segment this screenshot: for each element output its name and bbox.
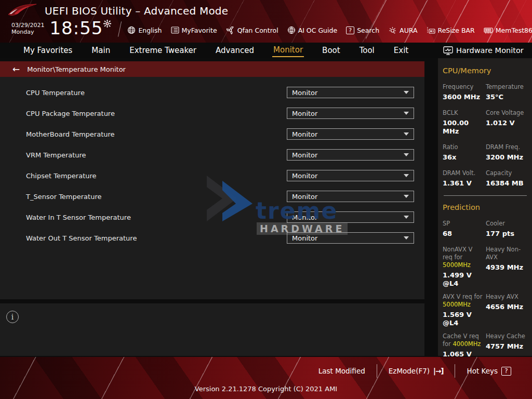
resize-bar-button[interactable]: ReSize BAR xyxy=(427,26,475,34)
hw-label: NonAVX V req for 5000MHz xyxy=(443,246,484,269)
myfavorite-icon xyxy=(171,26,179,34)
language-button[interactable]: English xyxy=(127,26,162,34)
freq-highlight: 5000MHz xyxy=(443,261,471,269)
main-panel: ← Monitor\Temperature Monitor CPU Temper… xyxy=(0,61,424,299)
hot-keys-button[interactable]: Hot Keys? xyxy=(455,367,523,376)
ezmode-exit-icon: |→] xyxy=(433,367,443,375)
t-sensor-temperature-dropdown[interactable]: Monitor xyxy=(287,191,414,202)
tab-tool[interactable]: Tool xyxy=(358,44,376,57)
day-label: Monday xyxy=(11,29,44,35)
hw-row: Frequency3600 MHz Temperature35°C xyxy=(443,83,528,101)
hardware-monitor-title: Hardware Monitor xyxy=(438,46,524,55)
info-icon: i xyxy=(6,311,19,323)
breadcrumb: ← Monitor\Temperature Monitor xyxy=(0,61,424,77)
hw-label: DRAM Volt. xyxy=(443,169,484,177)
header-divider xyxy=(118,21,122,37)
chevron-down-icon xyxy=(404,132,409,136)
myfavorite-button[interactable]: MyFavorite xyxy=(171,26,217,34)
water-in-t-sensor-dropdown[interactable]: Monitor xyxy=(287,211,414,223)
hw-row: DRAM Volt.1.361 V Capacity16384 MB xyxy=(443,169,528,188)
hw-value: 16384 MB xyxy=(486,179,526,188)
app-title: UEFI BIOS Utility – Advanced Mode xyxy=(45,5,228,17)
qfan-label: Qfan Control xyxy=(237,26,278,34)
hw-value: 100.00 MHz xyxy=(443,119,484,136)
setting-row: CPU Temperature Monitor xyxy=(0,82,424,103)
last-modified-button[interactable]: Last Modified xyxy=(307,367,377,375)
chevron-down-icon xyxy=(404,112,409,115)
memtest-icon xyxy=(484,26,493,34)
vrm-temperature-dropdown[interactable]: Monitor xyxy=(287,149,414,161)
tab-exit[interactable]: Exit xyxy=(393,44,409,57)
globe-icon xyxy=(127,26,136,34)
dropdown-value: Monitor xyxy=(292,214,317,221)
setting-row: Water Out T Sensor Temperature Monitor xyxy=(0,228,424,248)
hw-value: 4656 MHz xyxy=(486,303,526,311)
aura-button[interactable]: AURA xyxy=(388,26,417,35)
rog-logo-icon xyxy=(7,3,37,19)
chevron-down-icon xyxy=(404,174,409,177)
tab-main[interactable]: Main xyxy=(90,44,111,57)
setting-label: Water In T Sensor Temperature xyxy=(26,214,131,221)
qfan-control-button[interactable]: Qfan Control xyxy=(226,26,278,34)
search-label: Search xyxy=(357,26,379,34)
hw-value: 1.012 V xyxy=(486,119,526,127)
hw-label: Temperature xyxy=(486,83,526,91)
version-text: Version 2.21.1278 Copyright (C) 2021 AMI xyxy=(0,385,532,393)
monitor-icon xyxy=(443,46,453,55)
chevron-down-icon xyxy=(404,91,409,94)
hw-value: 4939 MHz xyxy=(486,263,526,272)
hw-label: Heavy Cache xyxy=(486,332,526,340)
hot-keys-label: Hot Keys xyxy=(467,367,498,375)
hw-row: Ratio36x DRAM Freq.3200 MHz xyxy=(443,143,528,162)
cpu-temperature-dropdown[interactable]: Monitor xyxy=(287,87,414,98)
ezmode-label: EzMode(F7) xyxy=(389,367,430,375)
header-bar: UEFI BIOS Utility – Advanced Mode 03/29/… xyxy=(0,0,532,43)
ezmode-button[interactable]: EzMode(F7)|→] xyxy=(377,367,455,375)
water-out-t-sensor-dropdown[interactable]: Monitor xyxy=(287,232,414,244)
hw-value: 68 xyxy=(443,230,484,238)
setting-row: MotherBoard Temperature Monitor xyxy=(0,124,424,144)
breadcrumb-path: Monitor\Temperature Monitor xyxy=(27,65,126,73)
chevron-down-icon xyxy=(404,236,409,240)
hw-label: SP xyxy=(443,220,484,228)
tab-advanced[interactable]: Advanced xyxy=(215,44,255,57)
sphere-icon xyxy=(287,26,296,34)
hw-label: Core Voltage xyxy=(486,109,526,117)
datetime[interactable]: 03/29/2021 Monday 18:55 xyxy=(11,19,111,37)
memtest-button[interactable]: MemTest86 xyxy=(484,26,532,34)
back-arrow-icon[interactable]: ← xyxy=(12,64,20,74)
main-menu-bar: My Favorites Main Extreme Tweaker Advanc… xyxy=(0,43,532,58)
resize-bar-label: ReSize BAR xyxy=(438,26,475,34)
hw-label: BCLK xyxy=(443,109,484,117)
hw-value: 4757 MHz xyxy=(486,342,526,351)
hw-label: Heavy AVX xyxy=(486,293,526,301)
hw-label: Capacity xyxy=(486,169,526,177)
dropdown-value: Monitor xyxy=(292,234,317,242)
tab-extreme-tweaker[interactable]: Extreme Tweaker xyxy=(128,44,197,57)
dropdown-value: Monitor xyxy=(292,172,317,180)
dropdown-value: Monitor xyxy=(292,193,317,201)
cpu-package-temperature-dropdown[interactable]: Monitor xyxy=(287,108,414,119)
time-label: 18:55 xyxy=(49,19,103,37)
cpu-memory-heading: CPU/Memory xyxy=(443,66,528,75)
dropdown-value: Monitor xyxy=(292,130,317,138)
gear-icon[interactable] xyxy=(103,20,111,28)
tab-monitor[interactable]: Monitor xyxy=(272,44,304,57)
date-label: 03/29/2021 xyxy=(11,22,44,29)
dropdown-value: Monitor xyxy=(292,89,317,97)
prediction-heading: Prediction xyxy=(443,203,528,211)
tab-boot[interactable]: Boot xyxy=(321,44,341,57)
setting-label: Chipset Temperature xyxy=(26,172,97,180)
hw-row: BCLK100.00 MHz Core Voltage1.012 V xyxy=(443,109,528,136)
freq-highlight: 4000MHz xyxy=(453,340,481,348)
dropdown-value: Monitor xyxy=(292,110,317,117)
ai-oc-guide-button[interactable]: AI OC Guide xyxy=(287,26,337,34)
tab-my-favorites[interactable]: My Favorites xyxy=(22,44,73,57)
motherboard-temperature-dropdown[interactable]: Monitor xyxy=(287,128,414,140)
chipset-temperature-dropdown[interactable]: Monitor xyxy=(287,170,414,181)
hw-value: 177 pts xyxy=(486,230,526,238)
setting-label: MotherBoard Temperature xyxy=(26,130,115,138)
sidebar-divider xyxy=(444,195,527,196)
hw-value: 3200 MHz xyxy=(486,153,526,162)
search-button[interactable]: ? Search xyxy=(346,26,379,34)
